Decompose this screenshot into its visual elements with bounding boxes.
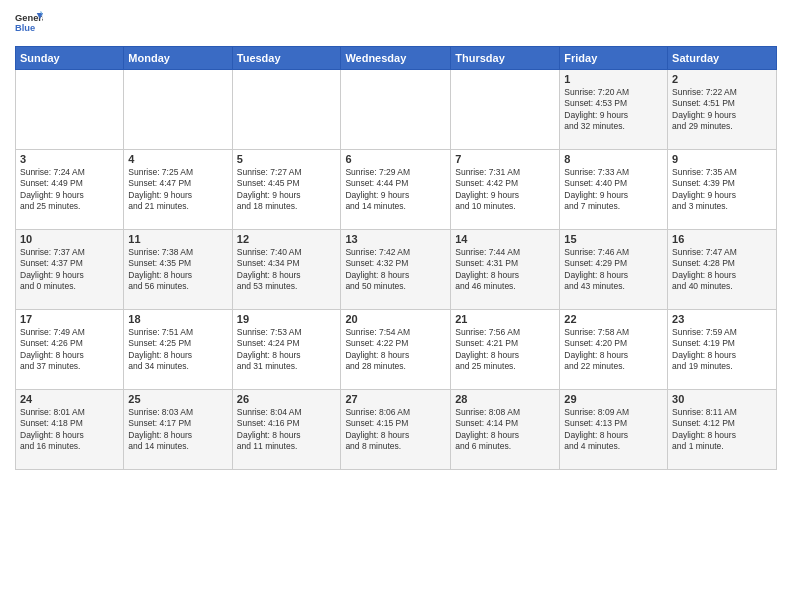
day-cell-22: 22Sunrise: 7:58 AM Sunset: 4:20 PM Dayli… [560,310,668,390]
day-info: Sunrise: 7:51 AM Sunset: 4:25 PM Dayligh… [128,327,227,373]
day-cell-2: 2Sunrise: 7:22 AM Sunset: 4:51 PM Daylig… [668,70,777,150]
day-cell-12: 12Sunrise: 7:40 AM Sunset: 4:34 PM Dayli… [232,230,341,310]
day-info: Sunrise: 7:35 AM Sunset: 4:39 PM Dayligh… [672,167,772,213]
week-row-3: 10Sunrise: 7:37 AM Sunset: 4:37 PM Dayli… [16,230,777,310]
calendar-header-row: SundayMondayTuesdayWednesdayThursdayFrid… [16,47,777,70]
col-header-monday: Monday [124,47,232,70]
day-number: 12 [237,233,337,245]
day-info: Sunrise: 7:58 AM Sunset: 4:20 PM Dayligh… [564,327,663,373]
day-info: Sunrise: 7:49 AM Sunset: 4:26 PM Dayligh… [20,327,119,373]
day-cell-11: 11Sunrise: 7:38 AM Sunset: 4:35 PM Dayli… [124,230,232,310]
day-info: Sunrise: 7:33 AM Sunset: 4:40 PM Dayligh… [564,167,663,213]
day-number: 14 [455,233,555,245]
day-number: 28 [455,393,555,405]
col-header-friday: Friday [560,47,668,70]
day-number: 15 [564,233,663,245]
day-cell-16: 16Sunrise: 7:47 AM Sunset: 4:28 PM Dayli… [668,230,777,310]
day-number: 4 [128,153,227,165]
day-info: Sunrise: 7:38 AM Sunset: 4:35 PM Dayligh… [128,247,227,293]
day-info: Sunrise: 8:03 AM Sunset: 4:17 PM Dayligh… [128,407,227,453]
day-info: Sunrise: 8:09 AM Sunset: 4:13 PM Dayligh… [564,407,663,453]
empty-cell [232,70,341,150]
day-cell-8: 8Sunrise: 7:33 AM Sunset: 4:40 PM Daylig… [560,150,668,230]
day-cell-24: 24Sunrise: 8:01 AM Sunset: 4:18 PM Dayli… [16,390,124,470]
day-info: Sunrise: 7:22 AM Sunset: 4:51 PM Dayligh… [672,87,772,133]
day-info: Sunrise: 7:59 AM Sunset: 4:19 PM Dayligh… [672,327,772,373]
day-cell-7: 7Sunrise: 7:31 AM Sunset: 4:42 PM Daylig… [451,150,560,230]
day-info: Sunrise: 7:24 AM Sunset: 4:49 PM Dayligh… [20,167,119,213]
day-cell-6: 6Sunrise: 7:29 AM Sunset: 4:44 PM Daylig… [341,150,451,230]
day-info: Sunrise: 8:04 AM Sunset: 4:16 PM Dayligh… [237,407,337,453]
day-number: 2 [672,73,772,85]
day-number: 25 [128,393,227,405]
day-number: 1 [564,73,663,85]
calendar-table: SundayMondayTuesdayWednesdayThursdayFrid… [15,46,777,470]
day-info: Sunrise: 7:25 AM Sunset: 4:47 PM Dayligh… [128,167,227,213]
day-info: Sunrise: 7:47 AM Sunset: 4:28 PM Dayligh… [672,247,772,293]
day-cell-5: 5Sunrise: 7:27 AM Sunset: 4:45 PM Daylig… [232,150,341,230]
day-info: Sunrise: 7:53 AM Sunset: 4:24 PM Dayligh… [237,327,337,373]
week-row-5: 24Sunrise: 8:01 AM Sunset: 4:18 PM Dayli… [16,390,777,470]
week-row-4: 17Sunrise: 7:49 AM Sunset: 4:26 PM Dayli… [16,310,777,390]
day-number: 8 [564,153,663,165]
day-info: Sunrise: 7:54 AM Sunset: 4:22 PM Dayligh… [345,327,446,373]
day-number: 24 [20,393,119,405]
col-header-thursday: Thursday [451,47,560,70]
day-cell-28: 28Sunrise: 8:08 AM Sunset: 4:14 PM Dayli… [451,390,560,470]
day-info: Sunrise: 8:01 AM Sunset: 4:18 PM Dayligh… [20,407,119,453]
logo: General Blue [15,10,43,38]
day-info: Sunrise: 7:44 AM Sunset: 4:31 PM Dayligh… [455,247,555,293]
col-header-tuesday: Tuesday [232,47,341,70]
day-number: 10 [20,233,119,245]
empty-cell [16,70,124,150]
day-info: Sunrise: 7:42 AM Sunset: 4:32 PM Dayligh… [345,247,446,293]
day-number: 20 [345,313,446,325]
day-cell-19: 19Sunrise: 7:53 AM Sunset: 4:24 PM Dayli… [232,310,341,390]
day-number: 27 [345,393,446,405]
day-info: Sunrise: 8:08 AM Sunset: 4:14 PM Dayligh… [455,407,555,453]
empty-cell [341,70,451,150]
day-number: 17 [20,313,119,325]
day-cell-18: 18Sunrise: 7:51 AM Sunset: 4:25 PM Dayli… [124,310,232,390]
day-cell-25: 25Sunrise: 8:03 AM Sunset: 4:17 PM Dayli… [124,390,232,470]
day-info: Sunrise: 7:20 AM Sunset: 4:53 PM Dayligh… [564,87,663,133]
empty-cell [124,70,232,150]
day-cell-30: 30Sunrise: 8:11 AM Sunset: 4:12 PM Dayli… [668,390,777,470]
day-info: Sunrise: 7:46 AM Sunset: 4:29 PM Dayligh… [564,247,663,293]
day-number: 7 [455,153,555,165]
day-cell-4: 4Sunrise: 7:25 AM Sunset: 4:47 PM Daylig… [124,150,232,230]
day-number: 5 [237,153,337,165]
logo-icon: General Blue [15,10,43,38]
day-cell-1: 1Sunrise: 7:20 AM Sunset: 4:53 PM Daylig… [560,70,668,150]
col-header-saturday: Saturday [668,47,777,70]
week-row-1: 1Sunrise: 7:20 AM Sunset: 4:53 PM Daylig… [16,70,777,150]
svg-text:Blue: Blue [15,23,35,33]
day-number: 21 [455,313,555,325]
day-info: Sunrise: 7:29 AM Sunset: 4:44 PM Dayligh… [345,167,446,213]
day-cell-10: 10Sunrise: 7:37 AM Sunset: 4:37 PM Dayli… [16,230,124,310]
day-cell-26: 26Sunrise: 8:04 AM Sunset: 4:16 PM Dayli… [232,390,341,470]
day-cell-15: 15Sunrise: 7:46 AM Sunset: 4:29 PM Dayli… [560,230,668,310]
day-info: Sunrise: 8:11 AM Sunset: 4:12 PM Dayligh… [672,407,772,453]
day-cell-3: 3Sunrise: 7:24 AM Sunset: 4:49 PM Daylig… [16,150,124,230]
header: General Blue [15,10,777,38]
day-cell-9: 9Sunrise: 7:35 AM Sunset: 4:39 PM Daylig… [668,150,777,230]
day-number: 6 [345,153,446,165]
col-header-wednesday: Wednesday [341,47,451,70]
day-number: 26 [237,393,337,405]
day-number: 9 [672,153,772,165]
day-cell-21: 21Sunrise: 7:56 AM Sunset: 4:21 PM Dayli… [451,310,560,390]
day-info: Sunrise: 7:40 AM Sunset: 4:34 PM Dayligh… [237,247,337,293]
day-info: Sunrise: 7:31 AM Sunset: 4:42 PM Dayligh… [455,167,555,213]
day-cell-29: 29Sunrise: 8:09 AM Sunset: 4:13 PM Dayli… [560,390,668,470]
empty-cell [451,70,560,150]
day-info: Sunrise: 7:27 AM Sunset: 4:45 PM Dayligh… [237,167,337,213]
day-cell-20: 20Sunrise: 7:54 AM Sunset: 4:22 PM Dayli… [341,310,451,390]
day-number: 23 [672,313,772,325]
week-row-2: 3Sunrise: 7:24 AM Sunset: 4:49 PM Daylig… [16,150,777,230]
day-number: 16 [672,233,772,245]
day-info: Sunrise: 8:06 AM Sunset: 4:15 PM Dayligh… [345,407,446,453]
day-cell-13: 13Sunrise: 7:42 AM Sunset: 4:32 PM Dayli… [341,230,451,310]
day-cell-17: 17Sunrise: 7:49 AM Sunset: 4:26 PM Dayli… [16,310,124,390]
day-number: 18 [128,313,227,325]
